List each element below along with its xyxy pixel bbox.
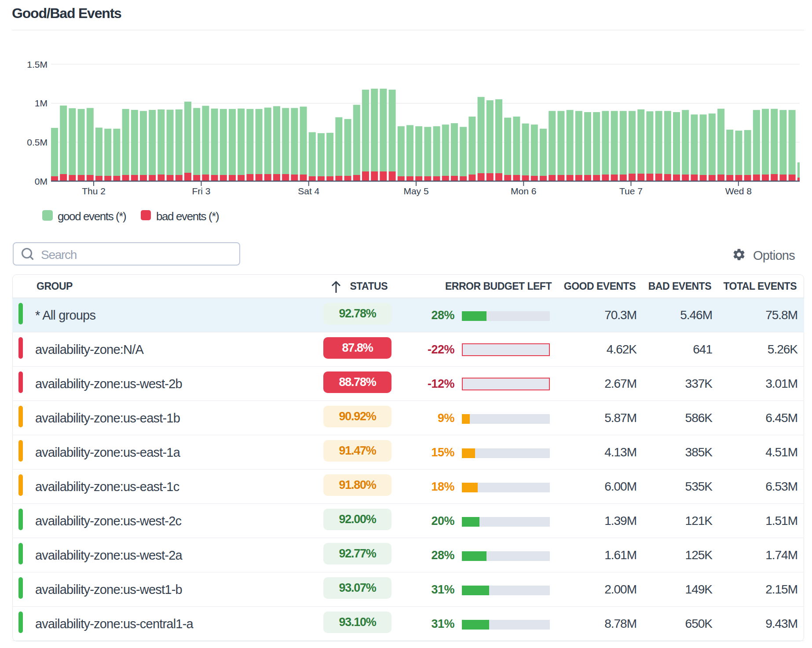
svg-text:Sat 4: Sat 4	[298, 186, 319, 196]
svg-text:1M: 1M	[35, 98, 48, 108]
svg-text:0M: 0M	[35, 176, 48, 186]
svg-text:Tue 7: Tue 7	[619, 186, 643, 196]
svg-text:Mon 6: Mon 6	[511, 186, 536, 196]
svg-text:May 5: May 5	[403, 186, 428, 196]
svg-text:0.5M: 0.5M	[27, 137, 48, 147]
svg-text:Thu 2: Thu 2	[82, 186, 106, 196]
svg-text:Fri 3: Fri 3	[192, 186, 211, 196]
svg-text:1.5M: 1.5M	[27, 59, 48, 69]
svg-text:Wed 8: Wed 8	[725, 186, 752, 196]
